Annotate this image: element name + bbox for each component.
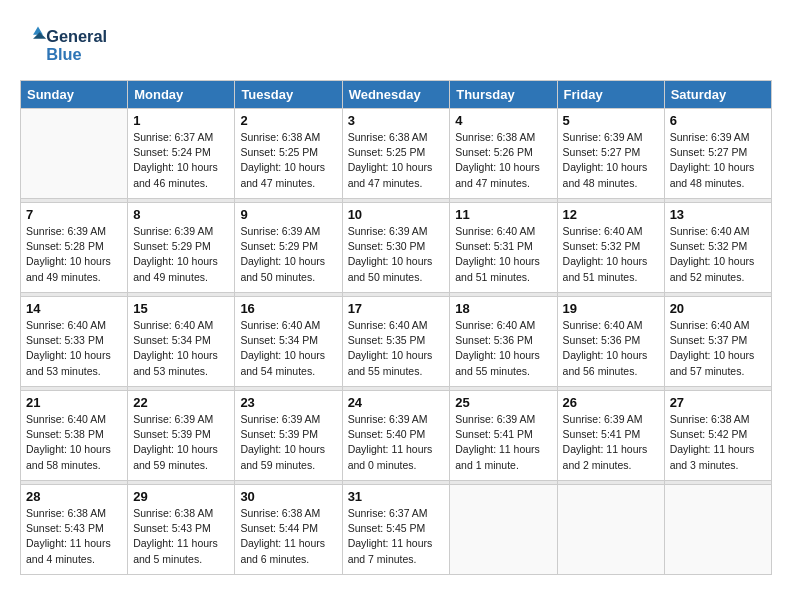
day-cell: 11Sunrise: 6:40 AMSunset: 5:31 PMDayligh… (450, 203, 557, 293)
day-info: Sunrise: 6:38 AMSunset: 5:43 PMDaylight:… (26, 506, 122, 567)
day-cell: 20Sunrise: 6:40 AMSunset: 5:37 PMDayligh… (664, 297, 771, 387)
day-cell (557, 485, 664, 575)
day-info: Sunrise: 6:40 AMSunset: 5:36 PMDaylight:… (455, 318, 551, 379)
day-info: Sunrise: 6:39 AMSunset: 5:29 PMDaylight:… (133, 224, 229, 285)
day-info: Sunrise: 6:39 AMSunset: 5:41 PMDaylight:… (455, 412, 551, 473)
day-number: 22 (133, 395, 229, 410)
day-number: 24 (348, 395, 445, 410)
day-cell: 27Sunrise: 6:38 AMSunset: 5:42 PMDayligh… (664, 391, 771, 481)
day-info: Sunrise: 6:38 AMSunset: 5:44 PMDaylight:… (240, 506, 336, 567)
header-monday: Monday (128, 81, 235, 109)
day-number: 9 (240, 207, 336, 222)
day-info: Sunrise: 6:40 AMSunset: 5:38 PMDaylight:… (26, 412, 122, 473)
logo: General Blue (20, 20, 110, 70)
day-cell (664, 485, 771, 575)
page-header: General Blue (20, 20, 772, 70)
day-info: Sunrise: 6:40 AMSunset: 5:32 PMDaylight:… (670, 224, 766, 285)
day-number: 28 (26, 489, 122, 504)
day-number: 17 (348, 301, 445, 316)
day-number: 6 (670, 113, 766, 128)
header-saturday: Saturday (664, 81, 771, 109)
day-cell: 30Sunrise: 6:38 AMSunset: 5:44 PMDayligh… (235, 485, 342, 575)
day-number: 5 (563, 113, 659, 128)
day-cell: 15Sunrise: 6:40 AMSunset: 5:34 PMDayligh… (128, 297, 235, 387)
day-cell: 3Sunrise: 6:38 AMSunset: 5:25 PMDaylight… (342, 109, 450, 199)
day-number: 12 (563, 207, 659, 222)
day-cell: 23Sunrise: 6:39 AMSunset: 5:39 PMDayligh… (235, 391, 342, 481)
day-number: 3 (348, 113, 445, 128)
week-row-5: 28Sunrise: 6:38 AMSunset: 5:43 PMDayligh… (21, 485, 772, 575)
day-cell: 2Sunrise: 6:38 AMSunset: 5:25 PMDaylight… (235, 109, 342, 199)
day-number: 30 (240, 489, 336, 504)
day-info: Sunrise: 6:38 AMSunset: 5:26 PMDaylight:… (455, 130, 551, 191)
day-number: 19 (563, 301, 659, 316)
day-cell: 31Sunrise: 6:37 AMSunset: 5:45 PMDayligh… (342, 485, 450, 575)
day-cell: 12Sunrise: 6:40 AMSunset: 5:32 PMDayligh… (557, 203, 664, 293)
week-row-2: 7Sunrise: 6:39 AMSunset: 5:28 PMDaylight… (21, 203, 772, 293)
day-cell: 5Sunrise: 6:39 AMSunset: 5:27 PMDaylight… (557, 109, 664, 199)
day-cell: 7Sunrise: 6:39 AMSunset: 5:28 PMDaylight… (21, 203, 128, 293)
day-info: Sunrise: 6:39 AMSunset: 5:41 PMDaylight:… (563, 412, 659, 473)
day-cell: 6Sunrise: 6:39 AMSunset: 5:27 PMDaylight… (664, 109, 771, 199)
day-info: Sunrise: 6:40 AMSunset: 5:36 PMDaylight:… (563, 318, 659, 379)
day-number: 13 (670, 207, 766, 222)
day-info: Sunrise: 6:39 AMSunset: 5:27 PMDaylight:… (563, 130, 659, 191)
day-cell: 21Sunrise: 6:40 AMSunset: 5:38 PMDayligh… (21, 391, 128, 481)
svg-text:General: General (46, 27, 107, 45)
calendar-header-row: SundayMondayTuesdayWednesdayThursdayFrid… (21, 81, 772, 109)
header-friday: Friday (557, 81, 664, 109)
day-number: 1 (133, 113, 229, 128)
day-cell: 8Sunrise: 6:39 AMSunset: 5:29 PMDaylight… (128, 203, 235, 293)
day-info: Sunrise: 6:37 AMSunset: 5:45 PMDaylight:… (348, 506, 445, 567)
header-tuesday: Tuesday (235, 81, 342, 109)
day-cell: 22Sunrise: 6:39 AMSunset: 5:39 PMDayligh… (128, 391, 235, 481)
day-number: 23 (240, 395, 336, 410)
day-info: Sunrise: 6:39 AMSunset: 5:30 PMDaylight:… (348, 224, 445, 285)
week-row-4: 21Sunrise: 6:40 AMSunset: 5:38 PMDayligh… (21, 391, 772, 481)
day-info: Sunrise: 6:38 AMSunset: 5:25 PMDaylight:… (348, 130, 445, 191)
day-cell: 17Sunrise: 6:40 AMSunset: 5:35 PMDayligh… (342, 297, 450, 387)
day-cell: 19Sunrise: 6:40 AMSunset: 5:36 PMDayligh… (557, 297, 664, 387)
logo-icon: General Blue (20, 20, 110, 70)
day-number: 29 (133, 489, 229, 504)
day-cell (450, 485, 557, 575)
day-number: 20 (670, 301, 766, 316)
day-cell: 4Sunrise: 6:38 AMSunset: 5:26 PMDaylight… (450, 109, 557, 199)
week-row-3: 14Sunrise: 6:40 AMSunset: 5:33 PMDayligh… (21, 297, 772, 387)
day-number: 2 (240, 113, 336, 128)
day-number: 11 (455, 207, 551, 222)
day-info: Sunrise: 6:40 AMSunset: 5:31 PMDaylight:… (455, 224, 551, 285)
week-row-1: 1Sunrise: 6:37 AMSunset: 5:24 PMDaylight… (21, 109, 772, 199)
day-cell: 25Sunrise: 6:39 AMSunset: 5:41 PMDayligh… (450, 391, 557, 481)
day-cell: 1Sunrise: 6:37 AMSunset: 5:24 PMDaylight… (128, 109, 235, 199)
day-number: 14 (26, 301, 122, 316)
day-info: Sunrise: 6:38 AMSunset: 5:42 PMDaylight:… (670, 412, 766, 473)
day-cell: 9Sunrise: 6:39 AMSunset: 5:29 PMDaylight… (235, 203, 342, 293)
day-cell (21, 109, 128, 199)
day-number: 31 (348, 489, 445, 504)
day-cell: 13Sunrise: 6:40 AMSunset: 5:32 PMDayligh… (664, 203, 771, 293)
day-number: 16 (240, 301, 336, 316)
day-cell: 28Sunrise: 6:38 AMSunset: 5:43 PMDayligh… (21, 485, 128, 575)
day-number: 27 (670, 395, 766, 410)
day-info: Sunrise: 6:38 AMSunset: 5:25 PMDaylight:… (240, 130, 336, 191)
day-number: 7 (26, 207, 122, 222)
day-info: Sunrise: 6:40 AMSunset: 5:35 PMDaylight:… (348, 318, 445, 379)
day-info: Sunrise: 6:37 AMSunset: 5:24 PMDaylight:… (133, 130, 229, 191)
header-sunday: Sunday (21, 81, 128, 109)
day-info: Sunrise: 6:38 AMSunset: 5:43 PMDaylight:… (133, 506, 229, 567)
day-info: Sunrise: 6:39 AMSunset: 5:39 PMDaylight:… (240, 412, 336, 473)
calendar-table: SundayMondayTuesdayWednesdayThursdayFrid… (20, 80, 772, 575)
day-number: 10 (348, 207, 445, 222)
day-number: 4 (455, 113, 551, 128)
day-cell: 14Sunrise: 6:40 AMSunset: 5:33 PMDayligh… (21, 297, 128, 387)
day-cell: 29Sunrise: 6:38 AMSunset: 5:43 PMDayligh… (128, 485, 235, 575)
day-number: 18 (455, 301, 551, 316)
day-info: Sunrise: 6:40 AMSunset: 5:34 PMDaylight:… (240, 318, 336, 379)
header-thursday: Thursday (450, 81, 557, 109)
day-number: 8 (133, 207, 229, 222)
svg-marker-2 (33, 27, 43, 35)
day-number: 25 (455, 395, 551, 410)
day-info: Sunrise: 6:39 AMSunset: 5:39 PMDaylight:… (133, 412, 229, 473)
header-wednesday: Wednesday (342, 81, 450, 109)
